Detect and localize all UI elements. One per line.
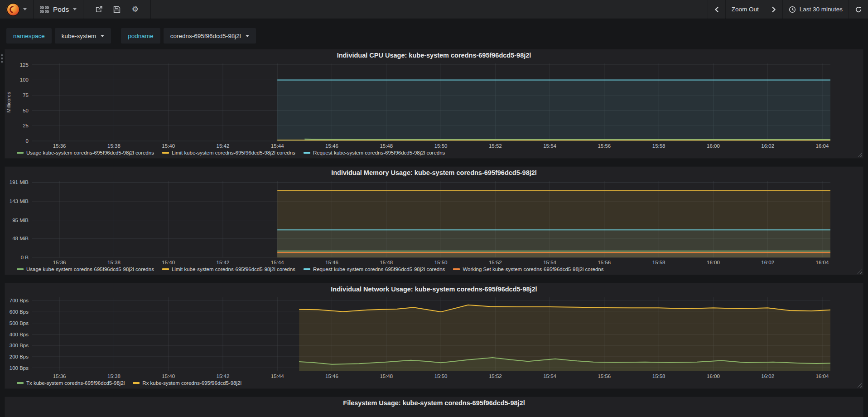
svg-text:15:56: 15:56 — [598, 143, 611, 149]
zoom-out-button[interactable]: Zoom Out — [725, 0, 765, 19]
svg-text:15:42: 15:42 — [217, 373, 230, 379]
panel-memory-usage: Individual Memory Usage: kube-system cor… — [5, 166, 863, 275]
chart-canvas[interactable]: 025507510012515:3615:3815:4015:4215:4415… — [5, 61, 863, 150]
svg-text:16:00: 16:00 — [707, 143, 720, 149]
svg-text:75: 75 — [23, 92, 29, 98]
svg-text:15:54: 15:54 — [543, 373, 556, 379]
memory-legend: Usage kube-system coredns-695f96dcd5-98j… — [5, 267, 863, 275]
time-shift-forward-button[interactable] — [765, 0, 782, 19]
panel-network-usage: Individual Network Usage: kube-system co… — [5, 283, 863, 389]
top-navbar: Pods ⚙ Zoom Out — [0, 0, 868, 19]
legend-item[interactable]: Limit kube-system coredns-695f96dcd5-98j… — [162, 150, 295, 155]
svg-text:15:50: 15:50 — [434, 373, 448, 379]
time-controls: Zoom Out Last 30 minutes — [708, 0, 868, 19]
row-drag-handle[interactable] — [1, 54, 3, 63]
legend-label: Usage kube-system coredns-695f96dcd5-98j… — [26, 267, 154, 272]
grafana-logo-icon[interactable] — [6, 3, 20, 16]
panel-title[interactable]: Individual Memory Usage: kube-system cor… — [5, 167, 863, 178]
svg-text:143 MiB: 143 MiB — [10, 199, 29, 204]
legend-label: Limit kube-system coredns-695f96dcd5-98j… — [172, 267, 295, 272]
legend-label: Limit kube-system coredns-695f96dcd5-98j… — [172, 150, 295, 155]
memory-chart: 0 B48 MiB95 MiB143 MiB191 MiB15:3615:381… — [5, 178, 863, 267]
legend-label: Tx kube-system coredns-695f96dcd5-98j2l — [26, 380, 125, 386]
time-shift-back-button[interactable] — [708, 0, 725, 19]
variable-namespace-value: kube-system — [62, 33, 96, 39]
svg-text:400 Bps: 400 Bps — [10, 332, 29, 337]
panel-title[interactable]: Individual Network Usage: kube-system co… — [5, 283, 863, 295]
share-button[interactable] — [90, 0, 108, 19]
chevron-down-icon — [246, 35, 249, 37]
legend-item[interactable]: Usage kube-system coredns-695f96dcd5-98j… — [17, 267, 154, 272]
svg-text:15:54: 15:54 — [543, 143, 556, 149]
legend-item[interactable]: Request kube-system coredns-695f96dcd5-9… — [304, 267, 445, 272]
zoom-out-label: Zoom Out — [732, 6, 759, 13]
legend-color-swatch — [17, 152, 24, 154]
legend-item[interactable]: Rx kube-system coredns-695f96dcd5-98j2l — [133, 380, 241, 386]
y-axis-label: Millicores — [6, 92, 11, 112]
svg-text:15:58: 15:58 — [652, 373, 665, 379]
refresh-button[interactable] — [849, 0, 868, 19]
save-button[interactable] — [108, 0, 126, 19]
panel-cpu-usage: Individual CPU Usage: kube-system coredn… — [5, 49, 863, 159]
save-icon — [113, 6, 121, 13]
clock-icon — [789, 6, 796, 13]
dashboard-picker[interactable]: Pods — [34, 0, 83, 19]
panel-filesystem-usage: Filesystem Usage: kube-system coredns-69… — [5, 397, 863, 417]
variable-podname-dropdown[interactable]: coredns-695f96dcd5-98j2l — [164, 28, 256, 44]
svg-text:16:04: 16:04 — [816, 260, 829, 265]
variable-podname: podname coredns-695f96dcd5-98j2l — [121, 28, 256, 44]
svg-text:16:04: 16:04 — [816, 373, 829, 379]
panel-title[interactable]: Filesystem Usage: kube-system coredns-69… — [5, 397, 863, 408]
grafana-menu[interactable] — [0, 0, 34, 19]
svg-text:15:52: 15:52 — [489, 373, 502, 379]
legend-item[interactable]: Tx kube-system coredns-695f96dcd5-98j2l — [17, 380, 125, 386]
legend-label: Working Set kube-system coredns-695f96dc… — [463, 267, 603, 272]
chevron-right-icon — [771, 6, 776, 13]
chevron-down-icon — [73, 8, 77, 10]
svg-text:15:44: 15:44 — [271, 143, 284, 149]
legend-item[interactable]: Working Set kube-system coredns-695f96dc… — [453, 267, 603, 272]
time-range-label: Last 30 minutes — [800, 6, 843, 13]
svg-text:300 Bps: 300 Bps — [10, 343, 29, 348]
svg-text:15:46: 15:46 — [325, 373, 338, 379]
svg-text:15:48: 15:48 — [380, 373, 393, 379]
chart-canvas[interactable]: 100 Bps200 Bps300 Bps400 Bps500 Bps600 B… — [5, 295, 863, 380]
svg-text:15:50: 15:50 — [434, 143, 448, 149]
svg-text:600 Bps: 600 Bps — [10, 309, 29, 315]
svg-text:95 MiB: 95 MiB — [12, 218, 29, 223]
svg-text:15:36: 15:36 — [53, 373, 66, 379]
svg-text:15:54: 15:54 — [543, 260, 556, 265]
network-legend: Tx kube-system coredns-695f96dcd5-98j2lR… — [5, 380, 863, 388]
legend-item[interactable]: Request kube-system coredns-695f96dcd5-9… — [304, 150, 445, 155]
svg-text:16:02: 16:02 — [761, 373, 774, 379]
dashboard-title: Pods — [53, 5, 69, 14]
settings-button[interactable]: ⚙ — [126, 0, 144, 19]
panel-title[interactable]: Individual CPU Usage: kube-system coredn… — [5, 49, 863, 61]
svg-text:15:38: 15:38 — [107, 373, 121, 379]
dashboard-actions: ⚙ — [83, 0, 151, 19]
legend-color-swatch — [453, 268, 460, 270]
legend-item[interactable]: Usage kube-system coredns-695f96dcd5-98j… — [17, 150, 154, 155]
svg-text:15:52: 15:52 — [489, 260, 502, 265]
legend-color-swatch — [162, 152, 169, 154]
svg-text:500 Bps: 500 Bps — [10, 320, 29, 326]
svg-text:0 B: 0 B — [21, 255, 29, 260]
time-range-picker[interactable]: Last 30 minutes — [782, 0, 849, 19]
variable-namespace-label: namespace — [6, 28, 52, 44]
svg-text:15:58: 15:58 — [652, 260, 665, 265]
svg-text:15:36: 15:36 — [53, 143, 66, 149]
legend-item[interactable]: Limit kube-system coredns-695f96dcd5-98j… — [162, 267, 295, 272]
svg-text:100 Bps: 100 Bps — [10, 365, 29, 371]
variable-namespace-dropdown[interactable]: kube-system — [55, 28, 111, 44]
chart-canvas[interactable]: 0 B48 MiB95 MiB143 MiB191 MiB15:3615:381… — [5, 178, 863, 267]
chevron-down-icon — [23, 8, 27, 10]
share-icon — [95, 5, 103, 13]
svg-text:15:44: 15:44 — [271, 260, 284, 265]
legend-color-swatch — [17, 382, 24, 384]
svg-text:200 Bps: 200 Bps — [10, 354, 29, 359]
legend-label: Request kube-system coredns-695f96dcd5-9… — [313, 150, 445, 155]
dashboard-grid-icon — [40, 6, 49, 13]
svg-text:15:46: 15:46 — [325, 260, 338, 265]
network-chart: 100 Bps200 Bps300 Bps400 Bps500 Bps600 B… — [5, 295, 863, 380]
chevron-down-icon — [101, 35, 104, 37]
